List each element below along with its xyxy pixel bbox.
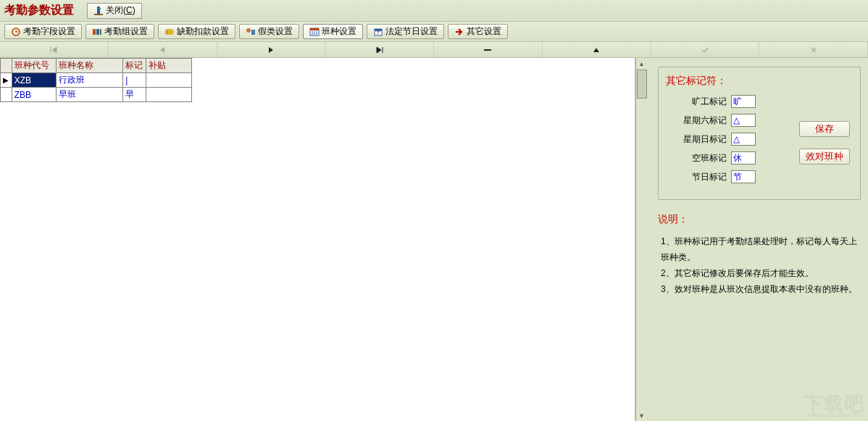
close-label: 关闭(C) bbox=[106, 4, 135, 17]
save-button[interactable]: 保存 bbox=[799, 121, 850, 137]
table-row[interactable]: ▶ XZB 行政班 | bbox=[1, 73, 192, 88]
nav-prev[interactable] bbox=[109, 42, 217, 57]
label-holiday-mark: 节日标记 bbox=[669, 171, 727, 183]
nav-next-icon bbox=[267, 46, 275, 54]
calendar-icon bbox=[309, 27, 320, 37]
svg-rect-3 bbox=[93, 29, 96, 35]
nav-first-icon bbox=[49, 46, 58, 54]
nav-delete[interactable] bbox=[434, 42, 543, 57]
shift-type-table[interactable]: 班种代号 班种名称 标记 补贴 ▶ XZB 行政班 | ZBB 早班 早 bbox=[0, 58, 192, 102]
tab-label: 考勤组设置 bbox=[104, 25, 148, 38]
tab-label: 其它设置 bbox=[467, 25, 501, 38]
close-icon bbox=[93, 6, 104, 16]
svg-rect-4 bbox=[96, 29, 99, 35]
input-sunday-mark[interactable] bbox=[731, 133, 756, 146]
table-row[interactable]: ZBB 早班 早 bbox=[1, 88, 192, 102]
svg-rect-1 bbox=[94, 14, 103, 15]
svg-rect-11 bbox=[310, 28, 319, 30]
other-marks-panel: 其它标记符： 旷工标记 星期六标记 星期日标记 空班标记 节日标记 保存 bbox=[658, 67, 861, 200]
svg-rect-5 bbox=[100, 29, 101, 35]
cell-name[interactable]: 早班 bbox=[56, 88, 123, 102]
page-title: 考勤参数设置 bbox=[4, 3, 74, 18]
input-empty-shift-mark[interactable] bbox=[731, 151, 756, 164]
cell-mark[interactable]: | bbox=[123, 73, 146, 88]
tab-attendance-fields[interactable]: 考勤字段设置 bbox=[4, 24, 82, 39]
caret-up-icon bbox=[593, 46, 600, 54]
nav-last-icon bbox=[375, 46, 384, 54]
cell-code[interactable]: XZB bbox=[12, 73, 56, 88]
cell-allowance[interactable] bbox=[146, 88, 191, 102]
nav-last[interactable] bbox=[325, 42, 434, 57]
cell-name[interactable]: 行政班 bbox=[56, 73, 123, 88]
notes-title: 说明： bbox=[658, 213, 861, 226]
nav-post[interactable] bbox=[651, 42, 760, 57]
scroll-up-button[interactable]: ▲ bbox=[636, 58, 647, 69]
nav-next[interactable] bbox=[217, 42, 326, 57]
row-indicator bbox=[1, 88, 12, 102]
side-panel: 其它标记符： 旷工标记 星期六标记 星期日标记 空班标记 节日标记 保存 bbox=[648, 58, 868, 421]
leave-icon bbox=[246, 27, 256, 37]
note-line: 2、其它标记修改后要保存后才能生效。 bbox=[661, 265, 861, 281]
col-code[interactable]: 班种代号 bbox=[12, 59, 56, 73]
vertical-scrollbar[interactable]: ▲ ▼ bbox=[635, 58, 648, 421]
svg-rect-9 bbox=[251, 30, 255, 35]
input-absent-mark[interactable] bbox=[731, 95, 756, 108]
check-icon bbox=[701, 46, 709, 54]
deduction-icon bbox=[164, 27, 175, 37]
nav-first[interactable] bbox=[0, 42, 109, 57]
tab-label: 班种设置 bbox=[322, 25, 356, 38]
svg-rect-18 bbox=[484, 49, 491, 51]
col-mark[interactable]: 标记 bbox=[123, 59, 146, 73]
notes-body: 1、班种标记用于考勤结果处理时，标记每人每天上班种类。 2、其它标记修改后要保存… bbox=[658, 233, 861, 297]
cell-code[interactable]: ZBB bbox=[12, 88, 56, 102]
tab-label: 法定节日设置 bbox=[385, 25, 438, 38]
tab-deduction-settings[interactable]: 缺勤扣款设置 bbox=[158, 24, 235, 39]
label-empty-shift-mark: 空班标记 bbox=[669, 152, 727, 164]
col-allowance[interactable]: 补贴 bbox=[146, 59, 191, 73]
svg-text:7: 7 bbox=[377, 30, 380, 36]
panel-legend: 其它标记符： bbox=[666, 75, 850, 88]
scroll-down-button[interactable]: ▼ bbox=[636, 410, 647, 421]
tab-label: 假类设置 bbox=[258, 25, 293, 38]
label-saturday-mark: 星期六标记 bbox=[669, 114, 727, 127]
x-icon bbox=[810, 46, 817, 54]
note-line: 1、班种标记用于考勤结果处理时，标记每人每天上班种类。 bbox=[661, 233, 861, 265]
holiday-icon: 7 bbox=[373, 27, 383, 37]
arrow-right-icon bbox=[454, 27, 464, 37]
tab-bar: 考勤字段设置 考勤组设置 缺勤扣款设置 假类设置 班种设置 7 法定节日设置 其… bbox=[0, 22, 868, 42]
cell-mark[interactable]: 早 bbox=[123, 88, 146, 102]
row-indicator-header bbox=[1, 59, 12, 73]
label-sunday-mark: 星期日标记 bbox=[669, 133, 727, 146]
input-holiday-mark[interactable] bbox=[731, 170, 756, 183]
check-shift-button[interactable]: 效对班种 bbox=[799, 149, 850, 164]
tab-attendance-groups[interactable]: 考勤组设置 bbox=[85, 24, 154, 39]
tab-holidays[interactable]: 7 法定节日设置 bbox=[367, 24, 444, 39]
nav-prev-icon bbox=[159, 46, 166, 54]
watermark: 下载吧 www.xiazaiba.com bbox=[804, 396, 865, 418]
main-grid-area: 班种代号 班种名称 标记 补贴 ▶ XZB 行政班 | ZBB 早班 早 bbox=[0, 58, 635, 421]
tab-other-settings[interactable]: 其它设置 bbox=[448, 24, 508, 39]
tab-leave-types[interactable]: 假类设置 bbox=[239, 24, 299, 39]
label-absent-mark: 旷工标记 bbox=[669, 96, 727, 108]
nav-cancel[interactable] bbox=[759, 42, 868, 57]
cell-allowance[interactable] bbox=[146, 73, 191, 88]
svg-point-7 bbox=[168, 29, 174, 35]
nav-insert[interactable] bbox=[543, 42, 651, 57]
input-saturday-mark[interactable] bbox=[731, 114, 756, 127]
group-icon bbox=[92, 27, 102, 37]
tab-label: 缺勤扣款设置 bbox=[177, 25, 229, 38]
minus-icon bbox=[483, 46, 492, 54]
row-indicator: ▶ bbox=[1, 73, 12, 88]
tab-label: 考勤字段设置 bbox=[23, 25, 75, 38]
record-navigator bbox=[0, 42, 868, 58]
clock-icon bbox=[11, 27, 21, 37]
svg-point-8 bbox=[246, 28, 251, 33]
tab-shift-types[interactable]: 班种设置 bbox=[303, 24, 363, 39]
scroll-thumb[interactable] bbox=[637, 70, 647, 99]
close-button[interactable]: 关闭(C) bbox=[87, 3, 142, 19]
col-name[interactable]: 班种名称 bbox=[56, 59, 123, 73]
note-line: 3、效对班种是从班次信息提取本表中没有的班种。 bbox=[661, 281, 861, 297]
